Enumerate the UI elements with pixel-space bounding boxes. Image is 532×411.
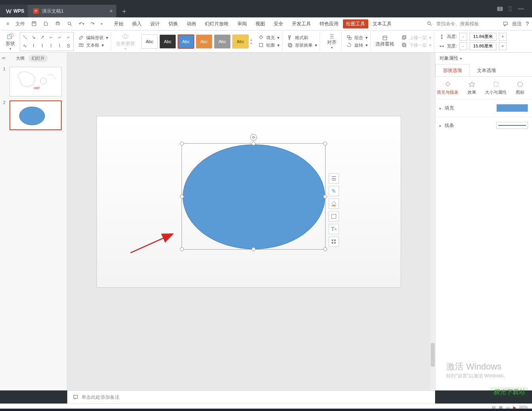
resize-handle-sw[interactable] xyxy=(180,247,184,251)
float-outline-button[interactable] xyxy=(329,211,339,222)
height-minus[interactable]: - xyxy=(459,33,467,41)
canvas-area[interactable]: ⟳ ☰ ✎ TA xyxy=(67,53,430,390)
menu-transition[interactable]: 切换 xyxy=(164,21,182,27)
slide-canvas[interactable]: ⟳ ☰ ✎ TA xyxy=(97,116,401,288)
resize-handle-w[interactable] xyxy=(180,195,184,199)
menu-special[interactable]: 特色应用 xyxy=(315,21,343,27)
menu-start[interactable]: 开始 xyxy=(110,21,128,27)
fill-section[interactable]: ▸ 填充 xyxy=(435,99,532,117)
menu-text-tools[interactable]: 文本工具 xyxy=(368,21,396,27)
slide-thumbnail-2-selected[interactable] xyxy=(9,100,62,130)
line-section[interactable]: ▸ 线条 xyxy=(435,117,532,134)
slides-tab[interactable]: 幻灯片 xyxy=(28,55,48,62)
shape-style-3-selected[interactable]: Abc xyxy=(178,34,194,49)
edit-shape-button[interactable]: 编辑形状 ▾ xyxy=(78,35,108,41)
float-fill-button[interactable] xyxy=(329,199,339,209)
group-button[interactable]: 组合 ▾ xyxy=(346,35,368,41)
minimize-button[interactable]: — xyxy=(518,5,524,12)
file-menu[interactable]: 文件 xyxy=(12,21,28,27)
title-bar: WPS P 演示文稿1 ＋ 1 — xyxy=(0,0,532,17)
vertical-scrollbar[interactable] xyxy=(430,53,435,390)
new-tab-button[interactable]: ＋ xyxy=(116,5,132,17)
save-icon[interactable] xyxy=(28,21,40,27)
properties-title[interactable]: 对象属性 ▾ xyxy=(435,53,532,64)
rotation-handle[interactable]: ⟳ xyxy=(250,134,257,141)
resize-handle-s[interactable] xyxy=(252,247,256,251)
preview-icon[interactable] xyxy=(64,21,76,27)
selection-box[interactable]: ⟳ ☰ ✎ TA xyxy=(182,143,326,250)
app-tab[interactable]: WPS xyxy=(0,5,28,17)
shape-effects-button[interactable]: 形状效果 ▾ xyxy=(287,42,317,48)
quick-dropdown[interactable]: ▾ xyxy=(98,22,106,26)
undo-button[interactable]: ↶ ▾ xyxy=(76,21,87,27)
bring-forward-button[interactable]: 上移一层 ▾ xyxy=(401,35,432,41)
float-edit-button[interactable]: ✎ xyxy=(329,186,339,196)
rotate-button[interactable]: 旋转 ▾ xyxy=(346,42,368,48)
redo-button[interactable]: ↷ xyxy=(87,21,98,27)
help-button[interactable]: ? xyxy=(526,21,529,27)
print-icon[interactable] xyxy=(52,21,64,27)
menu-icon[interactable]: ≡ xyxy=(3,21,12,27)
collapse-panel-icon[interactable]: ≪ xyxy=(2,56,6,60)
menu-view[interactable]: 视图 xyxy=(251,21,269,27)
notes-bar[interactable]: 单击此处添加备注 xyxy=(67,390,435,403)
resize-handle-se[interactable] xyxy=(323,247,327,251)
annotate-button[interactable]: 批注 xyxy=(512,21,522,27)
icon-subtab[interactable]: 图标 xyxy=(508,77,532,99)
slide-thumbnail-1[interactable]: 1887 xyxy=(9,67,62,97)
textbox-button[interactable]: 文本框 ▾ xyxy=(78,42,108,48)
width-minus[interactable]: - xyxy=(459,42,467,50)
badge-count[interactable]: 1 xyxy=(497,7,503,11)
shape-style-6[interactable]: Abc xyxy=(232,34,249,49)
float-more-button[interactable] xyxy=(329,237,339,247)
shape-options-tab[interactable]: 形状选项 xyxy=(435,64,470,76)
align-button[interactable]: 对齐▾ xyxy=(325,33,339,50)
height-plus[interactable]: + xyxy=(499,33,507,41)
search-icon[interactable] xyxy=(427,21,432,27)
fill-button[interactable]: 填充 ▾ xyxy=(258,35,280,41)
height-input[interactable] xyxy=(470,33,496,41)
menu-animation[interactable]: 动画 xyxy=(182,21,201,27)
style-gallery-more[interactable]: ▴▾ xyxy=(250,34,252,49)
menu-devtools[interactable]: 开发工具 xyxy=(288,21,315,27)
print-preview-icon[interactable] xyxy=(40,21,52,27)
search-hint[interactable]: 查找命令、搜索模板 xyxy=(436,21,479,27)
outline-tab[interactable]: 大纲 xyxy=(16,55,25,61)
effect-subtab[interactable]: 效果 xyxy=(460,77,484,99)
size-props-subtab[interactable]: 大小与属性 xyxy=(484,77,508,99)
menu-security[interactable]: 安全 xyxy=(269,21,288,27)
shape-style-2[interactable]: Abc xyxy=(159,34,176,49)
resize-handle-ne[interactable] xyxy=(323,142,327,146)
shape-style-5[interactable]: Abc xyxy=(214,34,231,49)
shape-style-1[interactable]: Abc xyxy=(141,34,158,49)
format-painter-button[interactable]: 格式刷 xyxy=(287,35,317,41)
fill-color-swatch[interactable] xyxy=(496,104,528,112)
menu-insert[interactable]: 插入 xyxy=(128,21,146,27)
shape-dropdown[interactable]: 形状▾ xyxy=(3,32,17,51)
float-text-button[interactable]: TA xyxy=(329,224,339,234)
menu-drawing-tools[interactable]: 绘图工具 xyxy=(343,19,368,28)
document-tab[interactable]: P 演示文稿1 xyxy=(28,5,116,17)
send-backward-button[interactable]: 下移一层 ▾ xyxy=(401,42,432,48)
resize-handle-e[interactable] xyxy=(323,195,327,199)
resize-handle-n[interactable] xyxy=(252,142,256,146)
shirt-icon[interactable] xyxy=(507,6,513,11)
shape-style-4[interactable]: Abc xyxy=(196,34,212,49)
outline-button[interactable]: 轮廓 ▾ xyxy=(258,42,280,48)
selection-pane-icon xyxy=(382,35,388,41)
float-collapse-button[interactable]: ☰ xyxy=(329,173,339,184)
menu-design[interactable]: 设计 xyxy=(146,21,164,27)
line-shape-gallery[interactable]: ＼↘↗⌐⌐⌐ ∿⌇⌇⌇⌇Ѕ xyxy=(20,32,74,51)
width-plus[interactable]: + xyxy=(499,42,507,50)
presentation-file-icon: P xyxy=(33,8,39,14)
oval-shape[interactable] xyxy=(183,144,325,249)
line-color-swatch[interactable] xyxy=(496,122,528,129)
notes-placeholder[interactable]: 单击此处添加备注 xyxy=(81,394,119,401)
fill-line-subtab[interactable]: 填充与线条 xyxy=(435,77,460,99)
resize-handle-nw[interactable] xyxy=(180,142,184,146)
menu-slideshow[interactable]: 幻灯片放映 xyxy=(201,21,233,27)
width-input[interactable] xyxy=(470,42,496,50)
text-options-tab[interactable]: 文本选项 xyxy=(470,64,504,76)
selection-pane-button[interactable]: 选择窗格 xyxy=(373,34,397,48)
menu-review[interactable]: 审阅 xyxy=(233,21,251,27)
